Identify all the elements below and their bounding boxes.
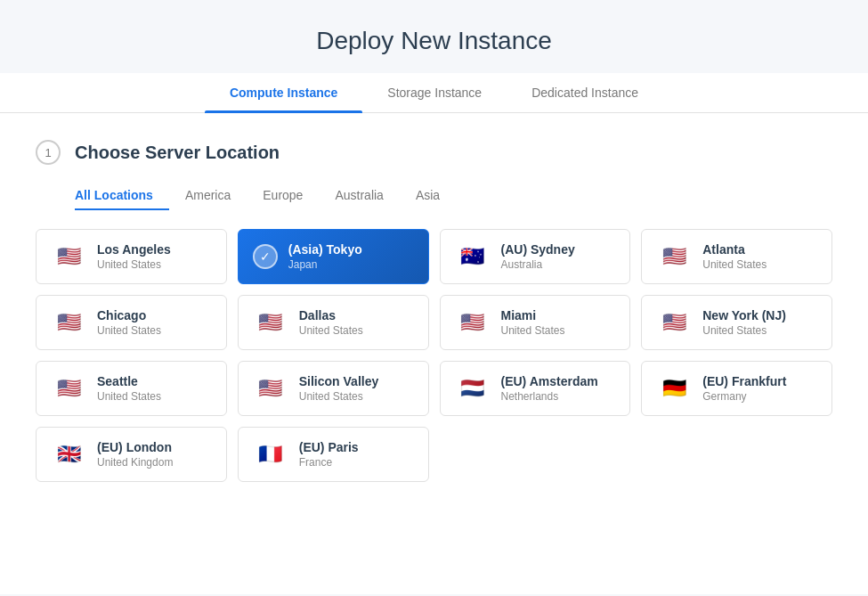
tab-dedicated[interactable]: Dedicated Instance	[507, 73, 663, 112]
location-name-paris: (EU) Paris	[299, 440, 359, 454]
location-card-amsterdam[interactable]: 🇳🇱(EU) AmsterdamNetherlands	[440, 361, 631, 416]
location-info-sydney: (AU) SydneyAustralia	[501, 242, 575, 271]
filter-tab-asia[interactable]: Asia	[400, 183, 456, 208]
location-name-los-angeles: Los Angeles	[97, 242, 171, 257]
location-country-chicago: United States	[97, 324, 161, 337]
page-title: Deploy New Instance	[0, 0, 868, 73]
flag-icon-new-york: 🇺🇸	[656, 310, 692, 335]
location-name-frankfurt: (EU) Frankfurt	[702, 374, 786, 388]
flag-icon-silicon-valley: 🇺🇸	[253, 376, 288, 401]
flag-icon-amsterdam: 🇳🇱	[455, 376, 491, 401]
location-name-tokyo: (Asia) Tokyo	[288, 242, 362, 257]
location-card-tokyo[interactable]: ✓(Asia) TokyoJapan	[238, 229, 429, 284]
section-title: Choose Server Location	[75, 143, 280, 163]
filter-tab-all[interactable]: All Locations	[75, 183, 169, 208]
location-name-new-york: New York (NJ)	[702, 308, 786, 322]
flag-icon-paris: 🇫🇷	[253, 442, 288, 467]
page-wrapper: Deploy New Instance Compute InstanceStor…	[0, 0, 868, 596]
location-info-dallas: DallasUnited States	[299, 308, 363, 337]
location-country-new-york: United States	[702, 324, 786, 337]
location-name-chicago: Chicago	[97, 308, 161, 322]
location-card-dallas[interactable]: 🇺🇸DallasUnited States	[238, 295, 429, 350]
tab-storage[interactable]: Storage Instance	[362, 73, 507, 112]
location-country-miami: United States	[501, 324, 565, 337]
selected-check-icon: ✓	[253, 244, 278, 269]
location-name-atlanta: Atlanta	[702, 242, 767, 257]
location-info-atlanta: AtlantaUnited States	[702, 242, 767, 271]
filter-tab-australia[interactable]: Australia	[319, 183, 399, 208]
flag-icon-miami: 🇺🇸	[455, 310, 491, 335]
flag-icon-los-angeles: 🇺🇸	[51, 244, 86, 269]
location-card-seattle[interactable]: 🇺🇸SeattleUnited States	[36, 361, 227, 416]
location-country-frankfurt: Germany	[702, 390, 786, 403]
location-card-london[interactable]: 🇬🇧(EU) LondonUnited Kingdom	[36, 427, 227, 482]
location-info-miami: MiamiUnited States	[501, 308, 565, 337]
location-country-dallas: United States	[299, 324, 363, 337]
main-content: 1 Choose Server Location All LocationsAm…	[0, 113, 868, 594]
location-name-sydney: (AU) Sydney	[501, 242, 575, 257]
location-info-frankfurt: (EU) FrankfurtGermany	[702, 374, 786, 403]
location-info-silicon-valley: Silicon ValleyUnited States	[299, 374, 379, 403]
filter-tab-america[interactable]: America	[169, 183, 247, 208]
location-country-sydney: Australia	[501, 258, 575, 271]
tab-compute[interactable]: Compute Instance	[205, 73, 362, 112]
location-info-amsterdam: (EU) AmsterdamNetherlands	[501, 374, 598, 403]
location-name-dallas: Dallas	[299, 308, 363, 322]
flag-icon-seattle: 🇺🇸	[51, 376, 86, 401]
location-country-atlanta: United States	[702, 258, 767, 271]
location-country-tokyo: Japan	[288, 258, 362, 271]
location-info-tokyo: (Asia) TokyoJapan	[288, 242, 362, 271]
location-info-london: (EU) LondonUnited Kingdom	[97, 440, 173, 469]
location-name-amsterdam: (EU) Amsterdam	[501, 374, 598, 388]
location-name-seattle: Seattle	[97, 374, 161, 388]
location-card-chicago[interactable]: 🇺🇸ChicagoUnited States	[36, 295, 227, 350]
location-country-silicon-valley: United States	[299, 390, 379, 403]
location-filter-tabs: All LocationsAmericaEuropeAustraliaAsia	[75, 183, 832, 208]
location-card-miami[interactable]: 🇺🇸MiamiUnited States	[440, 295, 631, 350]
location-card-los-angeles[interactable]: 🇺🇸Los AngelesUnited States	[36, 229, 227, 284]
flag-icon-london: 🇬🇧	[51, 442, 86, 467]
step-badge: 1	[36, 140, 61, 165]
location-card-sydney[interactable]: 🇦🇺(AU) SydneyAustralia	[440, 229, 631, 284]
filter-tab-europe[interactable]: Europe	[247, 183, 319, 208]
tabs-bar: Compute InstanceStorage InstanceDedicate…	[0, 73, 868, 113]
location-info-chicago: ChicagoUnited States	[97, 308, 161, 337]
location-info-seattle: SeattleUnited States	[97, 374, 161, 403]
location-name-london: (EU) London	[97, 440, 173, 454]
location-country-los-angeles: United States	[97, 258, 171, 271]
flag-icon-sydney: 🇦🇺	[455, 244, 491, 269]
flag-icon-frankfurt: 🇩🇪	[656, 376, 692, 401]
location-name-miami: Miami	[501, 308, 565, 322]
location-card-silicon-valley[interactable]: 🇺🇸Silicon ValleyUnited States	[238, 361, 429, 416]
location-card-paris[interactable]: 🇫🇷(EU) ParisFrance	[238, 427, 429, 482]
location-card-atlanta[interactable]: 🇺🇸AtlantaUnited States	[641, 229, 832, 284]
location-card-new-york[interactable]: 🇺🇸New York (NJ)United States	[641, 295, 832, 350]
location-country-paris: France	[299, 456, 359, 469]
flag-icon-chicago: 🇺🇸	[51, 310, 86, 335]
location-info-paris: (EU) ParisFrance	[299, 440, 359, 469]
location-country-seattle: United States	[97, 390, 161, 403]
location-name-silicon-valley: Silicon Valley	[299, 374, 379, 388]
flag-icon-dallas: 🇺🇸	[253, 310, 288, 335]
location-country-amsterdam: Netherlands	[501, 390, 598, 403]
location-card-frankfurt[interactable]: 🇩🇪(EU) FrankfurtGermany	[641, 361, 832, 416]
flag-icon-atlanta: 🇺🇸	[656, 244, 692, 269]
section-header: 1 Choose Server Location	[36, 140, 832, 165]
location-info-new-york: New York (NJ)United States	[702, 308, 786, 337]
locations-grid: 🇺🇸Los AngelesUnited States✓(Asia) TokyoJ…	[36, 229, 832, 482]
location-country-london: United Kingdom	[97, 456, 173, 469]
location-info-los-angeles: Los AngelesUnited States	[97, 242, 171, 271]
